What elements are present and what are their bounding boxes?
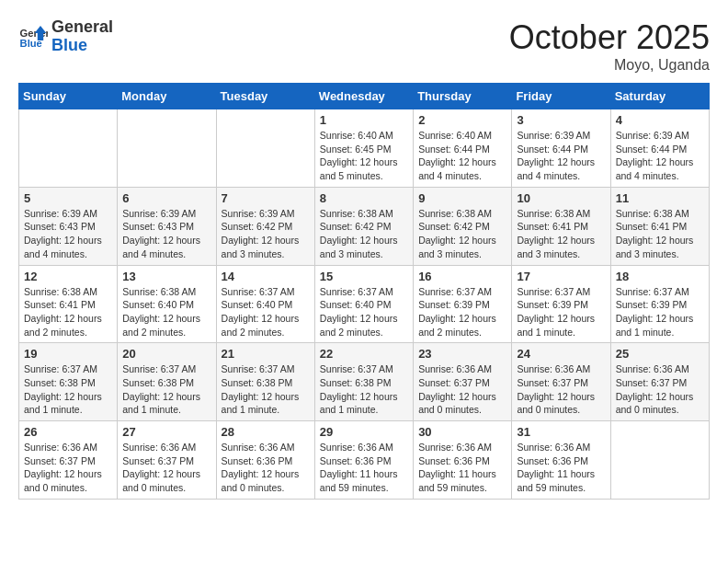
calendar-cell: 2Sunrise: 6:40 AM Sunset: 6:44 PM Daylig… — [414, 109, 512, 188]
day-number: 22 — [320, 347, 408, 361]
calendar-cell: 18Sunrise: 6:37 AM Sunset: 6:39 PM Dayli… — [610, 265, 709, 343]
day-number: 2 — [418, 113, 506, 127]
calendar-cell: 1Sunrise: 6:40 AM Sunset: 6:45 PM Daylig… — [314, 109, 413, 188]
calendar-cell: 16Sunrise: 6:37 AM Sunset: 6:39 PM Dayli… — [414, 265, 512, 343]
day-info: Sunrise: 6:37 AM Sunset: 6:40 PM Dayligh… — [222, 285, 310, 339]
day-number: 7 — [222, 191, 310, 205]
day-header: Wednesday — [314, 84, 413, 109]
day-number: 16 — [418, 270, 506, 283]
calendar-cell: 21Sunrise: 6:37 AM Sunset: 6:38 PM Dayli… — [216, 343, 314, 421]
calendar-cell — [216, 109, 314, 188]
day-number: 4 — [616, 113, 704, 127]
day-number: 18 — [616, 270, 704, 283]
day-number: 24 — [517, 347, 605, 361]
day-number: 13 — [122, 270, 210, 283]
day-number: 17 — [517, 270, 605, 283]
day-info: Sunrise: 6:37 AM Sunset: 6:38 PM Dayligh… — [122, 362, 210, 417]
day-info: Sunrise: 6:37 AM Sunset: 6:39 PM Dayligh… — [616, 285, 704, 339]
day-number: 12 — [24, 270, 112, 283]
day-info: Sunrise: 6:36 AM Sunset: 6:37 PM Dayligh… — [122, 441, 210, 495]
day-number: 28 — [222, 425, 310, 439]
day-number: 14 — [222, 270, 310, 283]
day-info: Sunrise: 6:37 AM Sunset: 6:39 PM Dayligh… — [418, 285, 506, 339]
calendar-cell: 15Sunrise: 6:37 AM Sunset: 6:40 PM Dayli… — [314, 265, 413, 343]
calendar-cell: 19Sunrise: 6:37 AM Sunset: 6:38 PM Dayli… — [19, 343, 118, 421]
calendar-week-row: 12Sunrise: 6:38 AM Sunset: 6:41 PM Dayli… — [19, 265, 710, 343]
day-info: Sunrise: 6:37 AM Sunset: 6:38 PM Dayligh… — [320, 362, 408, 417]
calendar-cell: 4Sunrise: 6:39 AM Sunset: 6:44 PM Daylig… — [610, 109, 709, 188]
day-info: Sunrise: 6:39 AM Sunset: 6:44 PM Dayligh… — [616, 129, 704, 183]
day-number: 15 — [320, 270, 408, 283]
day-number: 26 — [24, 425, 112, 439]
day-header: Thursday — [414, 84, 512, 109]
calendar-cell: 27Sunrise: 6:36 AM Sunset: 6:37 PM Dayli… — [118, 421, 216, 500]
calendar-cell: 20Sunrise: 6:37 AM Sunset: 6:38 PM Dayli… — [118, 343, 216, 421]
day-info: Sunrise: 6:36 AM Sunset: 6:36 PM Dayligh… — [517, 441, 605, 495]
calendar-header-row: SundayMondayTuesdayWednesdayThursdayFrid… — [19, 84, 710, 109]
day-number: 6 — [122, 191, 210, 205]
day-info: Sunrise: 6:36 AM Sunset: 6:37 PM Dayligh… — [24, 441, 112, 495]
calendar-week-row: 19Sunrise: 6:37 AM Sunset: 6:38 PM Dayli… — [19, 343, 710, 421]
page-header: General Blue General Blue October 2025 M… — [18, 18, 710, 74]
calendar-cell: 28Sunrise: 6:36 AM Sunset: 6:36 PM Dayli… — [216, 421, 314, 500]
location: Moyo, Uganda — [509, 57, 710, 74]
calendar-cell: 7Sunrise: 6:39 AM Sunset: 6:42 PM Daylig… — [216, 187, 314, 265]
logo: General Blue General Blue — [18, 18, 113, 55]
calendar-cell: 9Sunrise: 6:38 AM Sunset: 6:42 PM Daylig… — [414, 187, 512, 265]
calendar-cell: 25Sunrise: 6:36 AM Sunset: 6:37 PM Dayli… — [610, 343, 709, 421]
day-info: Sunrise: 6:38 AM Sunset: 6:41 PM Dayligh… — [517, 207, 605, 261]
calendar-cell: 29Sunrise: 6:36 AM Sunset: 6:36 PM Dayli… — [314, 421, 413, 500]
day-number: 5 — [24, 191, 112, 205]
day-header: Monday — [118, 84, 216, 109]
day-info: Sunrise: 6:39 AM Sunset: 6:44 PM Dayligh… — [517, 129, 605, 183]
day-number: 29 — [320, 425, 408, 439]
calendar-cell: 26Sunrise: 6:36 AM Sunset: 6:37 PM Dayli… — [19, 421, 118, 500]
calendar-week-row: 5Sunrise: 6:39 AM Sunset: 6:43 PM Daylig… — [19, 187, 710, 265]
day-number: 23 — [418, 347, 506, 361]
day-info: Sunrise: 6:36 AM Sunset: 6:37 PM Dayligh… — [517, 362, 605, 417]
calendar-cell: 10Sunrise: 6:38 AM Sunset: 6:41 PM Dayli… — [512, 187, 610, 265]
day-info: Sunrise: 6:39 AM Sunset: 6:43 PM Dayligh… — [122, 207, 210, 261]
calendar-cell: 23Sunrise: 6:36 AM Sunset: 6:37 PM Dayli… — [414, 343, 512, 421]
day-info: Sunrise: 6:40 AM Sunset: 6:44 PM Dayligh… — [418, 129, 506, 183]
day-number: 30 — [418, 425, 506, 439]
day-number: 11 — [616, 191, 704, 205]
day-number: 19 — [24, 347, 112, 361]
day-info: Sunrise: 6:37 AM Sunset: 6:39 PM Dayligh… — [517, 285, 605, 339]
day-number: 1 — [320, 113, 408, 127]
day-info: Sunrise: 6:36 AM Sunset: 6:37 PM Dayligh… — [418, 362, 506, 417]
calendar-cell: 8Sunrise: 6:38 AM Sunset: 6:42 PM Daylig… — [314, 187, 413, 265]
day-header: Tuesday — [216, 84, 314, 109]
day-number: 25 — [616, 347, 704, 361]
calendar-cell: 17Sunrise: 6:37 AM Sunset: 6:39 PM Dayli… — [512, 265, 610, 343]
day-info: Sunrise: 6:39 AM Sunset: 6:42 PM Dayligh… — [222, 207, 310, 261]
calendar-cell: 12Sunrise: 6:38 AM Sunset: 6:41 PM Dayli… — [19, 265, 118, 343]
day-info: Sunrise: 6:36 AM Sunset: 6:36 PM Dayligh… — [418, 441, 506, 495]
calendar-cell: 22Sunrise: 6:37 AM Sunset: 6:38 PM Dayli… — [314, 343, 413, 421]
calendar-cell: 24Sunrise: 6:36 AM Sunset: 6:37 PM Dayli… — [512, 343, 610, 421]
day-header: Sunday — [19, 84, 118, 109]
calendar-cell — [118, 109, 216, 188]
calendar-week-row: 1Sunrise: 6:40 AM Sunset: 6:45 PM Daylig… — [19, 109, 710, 188]
day-number: 9 — [418, 191, 506, 205]
day-header: Saturday — [610, 84, 709, 109]
calendar-week-row: 26Sunrise: 6:36 AM Sunset: 6:37 PM Dayli… — [19, 421, 710, 500]
day-info: Sunrise: 6:38 AM Sunset: 6:41 PM Dayligh… — [24, 285, 112, 339]
day-info: Sunrise: 6:38 AM Sunset: 6:40 PM Dayligh… — [122, 285, 210, 339]
day-number: 8 — [320, 191, 408, 205]
title-block: October 2025 Moyo, Uganda — [509, 18, 710, 74]
calendar-cell: 5Sunrise: 6:39 AM Sunset: 6:43 PM Daylig… — [19, 187, 118, 265]
day-info: Sunrise: 6:36 AM Sunset: 6:36 PM Dayligh… — [320, 441, 408, 495]
day-number: 10 — [517, 191, 605, 205]
calendar-cell: 3Sunrise: 6:39 AM Sunset: 6:44 PM Daylig… — [512, 109, 610, 188]
logo-text: General Blue — [51, 18, 113, 55]
day-number: 20 — [122, 347, 210, 361]
calendar-cell: 31Sunrise: 6:36 AM Sunset: 6:36 PM Dayli… — [512, 421, 610, 500]
calendar-cell — [19, 109, 118, 188]
day-info: Sunrise: 6:37 AM Sunset: 6:38 PM Dayligh… — [24, 362, 112, 417]
calendar-cell: 13Sunrise: 6:38 AM Sunset: 6:40 PM Dayli… — [118, 265, 216, 343]
logo-icon: General Blue — [18, 22, 48, 52]
month-title: October 2025 — [509, 18, 710, 57]
day-info: Sunrise: 6:36 AM Sunset: 6:36 PM Dayligh… — [222, 441, 310, 495]
day-header: Friday — [512, 84, 610, 109]
